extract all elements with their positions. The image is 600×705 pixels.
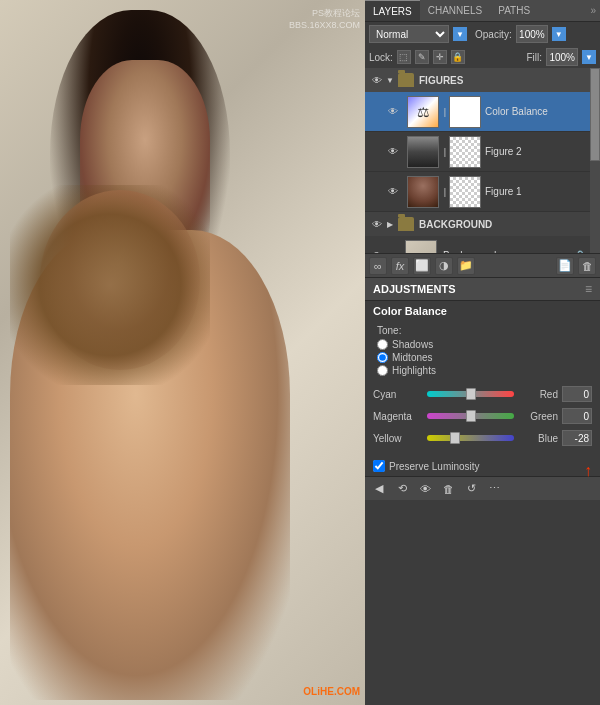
yellow-blue-thumb[interactable] bbox=[450, 432, 460, 444]
cyan-red-slider[interactable] bbox=[427, 387, 514, 401]
lock-move-icon[interactable]: ✛ bbox=[433, 50, 447, 64]
color-balance-thumb: ⚖ bbox=[407, 96, 439, 128]
figures-folder-icon bbox=[398, 73, 414, 87]
figure2-mask-thumb bbox=[449, 136, 481, 168]
tone-label: Tone: bbox=[377, 325, 588, 336]
background-group-name: BACKGROUND bbox=[419, 219, 492, 230]
bg-layer-visibility-icon[interactable]: 👁 bbox=[369, 248, 385, 254]
opacity-arrow[interactable]: ▼ bbox=[552, 27, 566, 41]
lock-label: Lock: bbox=[369, 52, 393, 63]
figure1-visibility-icon[interactable]: 👁 bbox=[385, 184, 401, 200]
layers-panel: LAYERS CHANNELS PATHS » Normal ▼ Opacity… bbox=[365, 0, 600, 278]
highlights-radio[interactable] bbox=[377, 365, 388, 376]
blend-mode-select[interactable]: Normal bbox=[369, 25, 449, 43]
color-balance-layer[interactable]: 👁 ⚖ | Color Balance bbox=[365, 92, 590, 132]
cyan-red-value[interactable] bbox=[562, 386, 592, 402]
adj-toolbar: ◀ ⟲ 👁 🗑 ↺ ⋯ ↑ bbox=[365, 476, 600, 500]
background-visibility-icon[interactable]: 👁 bbox=[369, 216, 385, 232]
red-label: Red bbox=[518, 389, 558, 400]
figure1-link-icon: | bbox=[441, 184, 449, 200]
color-balance-symbol: ⚖ bbox=[417, 104, 430, 120]
adj-reset-icon[interactable]: ⟲ bbox=[392, 480, 412, 498]
layer-list-container: 👁 ▼ FIGURES 👁 ⚖ | bbox=[365, 68, 600, 253]
layer-scrollbar-thumb bbox=[590, 68, 600, 161]
adj-visibility-off-icon[interactable]: 👁 bbox=[415, 480, 435, 498]
new-layer-icon[interactable]: 📄 bbox=[556, 257, 574, 275]
blue-label: Blue bbox=[518, 433, 558, 444]
tab-paths[interactable]: PATHS bbox=[490, 0, 538, 21]
shadows-radio[interactable] bbox=[377, 339, 388, 350]
color-balance-mask-thumb bbox=[449, 96, 481, 128]
delete-layer-icon[interactable]: 🗑 bbox=[578, 257, 596, 275]
lock-transparency-icon[interactable]: ⬚ bbox=[397, 50, 411, 64]
adj-more-icon[interactable]: ⋯ bbox=[484, 480, 504, 498]
cyan-label: Cyan bbox=[373, 389, 423, 400]
midtones-row: Midtones bbox=[377, 352, 588, 363]
fx-icon[interactable]: fx bbox=[391, 257, 409, 275]
background-expand-icon[interactable]: ▶ bbox=[385, 219, 395, 229]
adj-back-icon[interactable]: ◀ bbox=[369, 480, 389, 498]
fill-arrow[interactable]: ▼ bbox=[582, 50, 596, 64]
lock-paint-icon[interactable]: ✎ bbox=[415, 50, 429, 64]
link-layers-icon[interactable]: ∞ bbox=[369, 257, 387, 275]
panel-menu-icon[interactable]: » bbox=[586, 5, 600, 16]
yellow-blue-slider[interactable] bbox=[427, 431, 514, 445]
opacity-input[interactable] bbox=[516, 25, 548, 43]
figure2-layer-name: Figure 2 bbox=[485, 146, 586, 157]
midtones-radio[interactable] bbox=[377, 352, 388, 363]
color-balance-title: Color Balance bbox=[365, 301, 600, 321]
adjustments-menu-icon[interactable]: ≡ bbox=[585, 282, 592, 296]
fill-label: Fill: bbox=[526, 52, 542, 63]
cyan-red-thumb[interactable] bbox=[466, 388, 476, 400]
layer-toolbar: ∞ fx ⬜ ◑ 📁 📄 🗑 bbox=[365, 253, 600, 277]
magenta-green-value[interactable] bbox=[562, 408, 592, 424]
figure-1-layer[interactable]: 👁 | Figure 1 bbox=[365, 172, 590, 212]
adjustment-icon[interactable]: ◑ bbox=[435, 257, 453, 275]
bg-layer-name: Background bbox=[443, 250, 574, 253]
figures-group-name: FIGURES bbox=[419, 75, 463, 86]
figure2-visibility-icon[interactable]: 👁 bbox=[385, 144, 401, 160]
adjustments-title: ADJUSTMENTS bbox=[373, 283, 456, 295]
figure1-thumb bbox=[407, 176, 439, 208]
background-layer[interactable]: 👁 Background 🔒 bbox=[365, 236, 590, 253]
right-panel: LAYERS CHANNELS PATHS » Normal ▼ Opacity… bbox=[365, 0, 600, 705]
preserve-luminosity-checkbox[interactable] bbox=[373, 460, 385, 472]
figure2-link-icon: | bbox=[441, 144, 449, 160]
opacity-label: Opacity: bbox=[475, 29, 512, 40]
group-background[interactable]: 👁 ▶ BACKGROUND bbox=[365, 212, 590, 236]
watermark-top: PS教程论坛 BBS.16XX8.COM bbox=[289, 8, 360, 31]
group-figures[interactable]: 👁 ▼ FIGURES bbox=[365, 68, 590, 92]
lock-all-icon[interactable]: 🔒 bbox=[451, 50, 465, 64]
new-group-icon[interactable]: 📁 bbox=[457, 257, 475, 275]
add-mask-icon[interactable]: ⬜ bbox=[413, 257, 431, 275]
adj-cycle-icon[interactable]: ↺ bbox=[461, 480, 481, 498]
figure1-layer-name: Figure 1 bbox=[485, 186, 586, 197]
midtones-label: Midtones bbox=[392, 352, 433, 363]
bg-lock-icon: 🔒 bbox=[574, 250, 586, 254]
preserve-luminosity-label: Preserve Luminosity bbox=[389, 461, 480, 472]
yellow-blue-value[interactable] bbox=[562, 430, 592, 446]
watermark-bottom: OLiHE.COM bbox=[303, 686, 360, 697]
blend-mode-row: Normal ▼ Opacity: ▼ bbox=[365, 22, 600, 46]
cyan-red-row: Cyan Red bbox=[373, 386, 592, 402]
figure1-mask-thumb bbox=[449, 176, 481, 208]
tab-layers[interactable]: LAYERS bbox=[365, 0, 420, 21]
background-folder-icon bbox=[398, 217, 414, 231]
magenta-green-slider[interactable] bbox=[427, 409, 514, 423]
fill-input[interactable] bbox=[546, 48, 578, 66]
figures-expand-icon[interactable]: ▼ bbox=[385, 75, 395, 85]
layer-scrollbar[interactable] bbox=[590, 68, 600, 253]
light-figure-hair bbox=[10, 185, 210, 385]
figure1-thumb-img bbox=[408, 177, 438, 207]
figure-2-layer[interactable]: 👁 | Figure 2 bbox=[365, 132, 590, 172]
magenta-green-thumb[interactable] bbox=[466, 410, 476, 422]
yellow-label: Yellow bbox=[373, 433, 423, 444]
adj-delete-icon[interactable]: 🗑 bbox=[438, 480, 458, 498]
figures-visibility-icon[interactable]: 👁 bbox=[369, 72, 385, 88]
green-label: Green bbox=[518, 411, 558, 422]
color-balance-visibility-icon[interactable]: 👁 bbox=[385, 104, 401, 120]
blend-mode-arrow[interactable]: ▼ bbox=[453, 27, 467, 41]
color-balance-link-icon: | bbox=[441, 104, 449, 120]
tab-channels[interactable]: CHANNELS bbox=[420, 0, 490, 21]
yellow-blue-row: Yellow Blue bbox=[373, 430, 592, 446]
